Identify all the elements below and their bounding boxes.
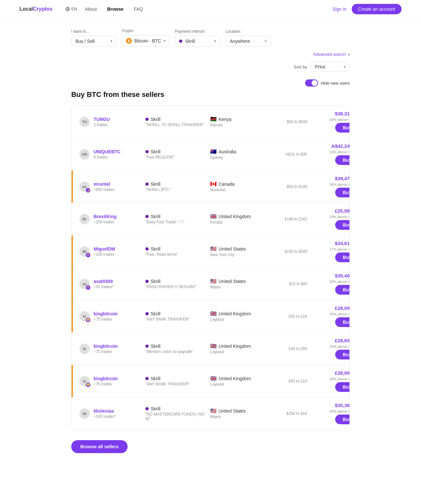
- seller-info: kingbitcoin ~75 trades: [94, 344, 145, 354]
- flag-icon: 🇺🇸: [210, 408, 217, 414]
- crypto-select[interactable]: ₿ Bitcoin - BTC ▾: [122, 35, 170, 47]
- seller-note: "NO MASTERCARD FUNDS | NO ID": [145, 412, 210, 421]
- payment-method: Skrill: [145, 149, 210, 154]
- location-city: Miami: [210, 415, 268, 419]
- seller-info: MiguelDM ~325 trades: [94, 246, 145, 257]
- location-country: 🇬🇧 United Kingdom: [210, 213, 268, 219]
- payment-dot-icon: [145, 247, 149, 251]
- seller-name: MiguelDM: [94, 246, 145, 252]
- browse-all-sellers-button[interactable]: Browse all sellers: [71, 440, 128, 453]
- buy-button[interactable]: Buy: [335, 317, 350, 327]
- seller-limits: £40 to £5K: [268, 346, 307, 351]
- seller-row[interactable]: mr 🌙 mruntel ~850 trades Skrill "SKRILL …: [72, 170, 349, 203]
- limits-text: $250 to $1K: [268, 411, 307, 416]
- create-account-button[interactable]: Create an account: [352, 4, 402, 14]
- hide-new-users-toggle[interactable]: [305, 79, 318, 87]
- payment-method-label: Skrill: [151, 406, 160, 411]
- bitcoin-icon: ₿: [126, 38, 132, 44]
- seller-price-action: $35,400.61 20% above market Buy: [307, 273, 350, 295]
- country-name: Canada: [219, 182, 234, 187]
- seller-payment: Skrill "SKRILL TO SKRILL TRANSFER": [145, 117, 210, 127]
- buy-button[interactable]: Buy: [335, 188, 350, 197]
- seller-location: 🇦🇺 Australia Sydney: [210, 148, 268, 160]
- advanced-search-link[interactable]: Advanced search: [313, 52, 346, 57]
- seller-note: "Easy Fast Trader ! ! !": [145, 220, 210, 224]
- seller-row[interactable]: ki 🪙 kingbitcoin ~75 trades Skrill "ANY …: [72, 300, 349, 333]
- main-content: I want to... Buy / Sell ▾ Crypto ₿ Bitco…: [65, 18, 356, 463]
- sort-select[interactable]: Price ▾: [311, 62, 350, 72]
- i-want-to-select[interactable]: Buy / Sell ▾: [71, 36, 117, 47]
- buy-button[interactable]: Buy: [335, 350, 350, 359]
- limits-text: $10 to $60: [268, 282, 307, 286]
- logo[interactable]: LocalCryptos: [19, 6, 52, 12]
- payment-method: Skrill: [145, 376, 210, 381]
- payment-method: Skrill: [145, 117, 210, 122]
- seller-limits: £50 to £1K: [268, 314, 307, 319]
- seller-info: kingbitcoin ~75 trades: [94, 376, 145, 386]
- sign-in-link[interactable]: Sign in: [333, 6, 347, 12]
- seller-row[interactable]: UN UNIQUEBTC 8 trades Skrill "Fast RELEA…: [72, 138, 349, 170]
- buy-button[interactable]: Buy: [335, 220, 350, 230]
- limits-text: $50 to $100: [268, 184, 307, 189]
- payment-method-label: Skrill: [151, 182, 160, 187]
- seller-note: "Fast RELEASE": [145, 155, 210, 159]
- location-value: Anywhere: [230, 39, 250, 44]
- seller-row[interactable]: Br BrexitKing ~250 trades Skrill "Easy F…: [72, 203, 349, 235]
- limits-text: £188 to £262: [268, 217, 307, 221]
- seller-limits: $50 to $100: [268, 184, 307, 189]
- country-name: United Kingdom: [219, 311, 251, 316]
- buy-button[interactable]: Buy: [335, 285, 350, 295]
- seller-name: mruntel: [94, 182, 145, 187]
- seller-row[interactable]: Mi ⚡ MiguelDM ~325 trades Skrill "Fast. …: [72, 235, 349, 268]
- language-selector[interactable]: EN: [65, 6, 77, 11]
- seller-price-action: $38,313.23 30% above market Buy: [307, 111, 350, 133]
- i-want-to-label: I want to...: [71, 29, 117, 34]
- limits-text: £50 to £1K: [268, 314, 307, 319]
- seller-note: "Fast. Read terms": [145, 252, 210, 257]
- seller-location: 🇺🇸 United States Miami: [210, 278, 268, 289]
- seller-row[interactable]: kk kkolesias ~100 trades* Skrill "NO MAS…: [72, 397, 349, 429]
- avatar: kk: [79, 408, 90, 419]
- payment-method-label: Skrill: [151, 149, 160, 154]
- buy-button[interactable]: Buy: [335, 382, 350, 392]
- seller-location: 🇺🇸 United States Miami: [210, 408, 268, 419]
- buy-button[interactable]: Buy: [335, 155, 350, 165]
- toggle-knob: [312, 80, 317, 86]
- crypto-value: Bitcoin - BTC: [134, 38, 161, 43]
- nav-about[interactable]: About: [85, 6, 97, 12]
- seller-row[interactable]: ki kingbitcoin ~75 trades Skrill "Wester…: [72, 333, 349, 365]
- nav-links: About Browse FAQ: [85, 6, 332, 12]
- seller-limits: A$1K to $3K: [268, 152, 307, 157]
- navbar: LocalCryptos EN About Browse FAQ Sign in…: [0, 0, 421, 18]
- seller-price-action: $34,611.54 17% above market Buy: [307, 240, 350, 262]
- seller-row[interactable]: as ⚡ asat0309 ~55 trades* Skrill "PAGO R…: [72, 268, 349, 300]
- nav-browse[interactable]: Browse: [107, 6, 124, 12]
- buy-button[interactable]: Buy: [335, 252, 350, 262]
- payment-method: Skrill: [145, 182, 210, 187]
- buy-button[interactable]: Buy: [335, 123, 350, 133]
- seller-row[interactable]: TU TUNGU 2 trades Skrill "SKRILL TO SKRI…: [72, 106, 349, 138]
- flag-icon: 🇬🇧: [210, 343, 217, 349]
- seller-payment: Skrill "Easy Fast Trader ! ! !": [145, 214, 210, 224]
- seller-location: 🇨🇦 Canada Montréal: [210, 181, 268, 192]
- seller-note: "ANY BANK TRANSFER": [145, 382, 210, 386]
- seller-limits: $250 to $1K: [268, 411, 307, 416]
- payment-method: Skrill: [145, 406, 210, 411]
- seller-location: 🇬🇧 United Kingdom Leyland: [210, 343, 268, 354]
- seller-payment: Skrill "SKRILL BTC": [145, 182, 210, 192]
- flag-icon: 🇨🇦: [210, 181, 217, 187]
- avatar-badge: 🌙: [86, 188, 90, 193]
- seller-name: asat0309: [94, 279, 145, 284]
- country-name: Australia: [219, 149, 236, 154]
- avatar: TU: [79, 117, 90, 127]
- avatar: Mi ⚡: [79, 246, 90, 257]
- seller-location: 🇬🇧 United Kingdom Kendal: [210, 213, 268, 225]
- payment-select[interactable]: Skrill ▾: [175, 36, 220, 47]
- seller-row[interactable]: ki 🪙 kingbitcoin ~75 trades Skrill "ANY …: [72, 365, 349, 397]
- seller-info: mruntel ~850 trades: [94, 182, 145, 192]
- flag-icon: 🇬🇧: [210, 311, 217, 317]
- filters-row: I want to... Buy / Sell ▾ Crypto ₿ Bitco…: [71, 29, 350, 47]
- nav-faq[interactable]: FAQ: [134, 6, 143, 12]
- buy-button[interactable]: Buy: [335, 415, 350, 424]
- location-select[interactable]: Anywhere ▾: [225, 36, 271, 47]
